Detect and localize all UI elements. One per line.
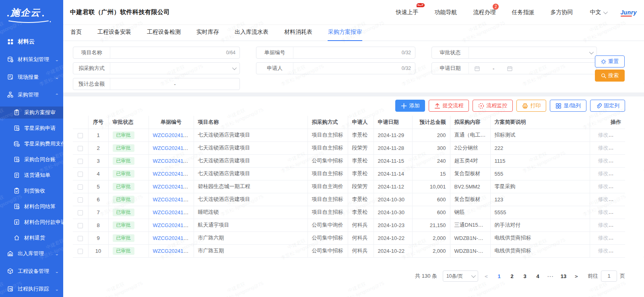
sidebar-group-采购管理[interactable]: 采购管理⌃ <box>0 89 63 101</box>
delete-link[interactable]: 删除 <box>613 183 623 189</box>
edit-link[interactable]: 修改 <box>598 248 609 254</box>
edit-link[interactable]: 修改 <box>598 196 609 202</box>
toolbar-button-流程监控[interactable]: 流程监控 <box>473 100 513 112</box>
column-header-拟采购方式[interactable]: 拟采购方式 <box>308 116 348 129</box>
tab-实时库存[interactable]: 实时库存 <box>196 29 219 41</box>
app-logo[interactable]: 施企云 <box>0 0 63 26</box>
prev-page-button[interactable]: < <box>481 273 491 279</box>
delete-link[interactable]: 删除 <box>613 170 623 176</box>
row-checkbox[interactable] <box>78 197 83 203</box>
delete-link[interactable]: 删除 <box>613 158 623 164</box>
sidebar-item-零星采购申请[interactable]: 零星采购申请 <box>0 122 63 134</box>
delete-link[interactable]: 删除 <box>613 209 623 215</box>
row-checkbox[interactable] <box>78 249 83 254</box>
edit-link[interactable]: 修改 <box>598 183 609 189</box>
top-nav-功能导航[interactable]: 功能导航 <box>434 9 457 16</box>
sidebar-item-采购合同台账[interactable]: 采购合同台账 <box>0 154 63 166</box>
search-button[interactable]: 搜索 <box>595 70 625 82</box>
row-checkbox[interactable] <box>78 133 83 138</box>
doc-no-link[interactable]: WZCG2024101013 <box>153 209 194 215</box>
row-checkbox[interactable] <box>78 236 83 241</box>
column-header-单据编号[interactable]: 单据编号 <box>149 116 194 129</box>
row-checkbox[interactable] <box>78 146 83 151</box>
row-checkbox[interactable] <box>78 210 83 215</box>
delete-link[interactable]: 删除 <box>613 196 623 202</box>
sidebar-item-material-cloud[interactable]: 材料云 <box>0 36 63 48</box>
page-size-select[interactable]: 10条/页 <box>443 270 478 282</box>
approval-status-select[interactable] <box>469 47 589 58</box>
page-number-2[interactable]: 2 <box>507 273 517 279</box>
sidebar-group-工程设备管理[interactable]: 工程设备管理⌄ <box>0 265 63 277</box>
doc-no-link[interactable]: WZCG2024101004 <box>153 248 194 254</box>
sidebar-item-材料合同付款申请[interactable]: 材料合同付款申请 <box>0 216 63 228</box>
edit-link[interactable]: 修改 <box>598 132 609 138</box>
column-header-方案简要说明[interactable]: 方案简要说明 <box>490 116 590 129</box>
sidebar-group-材料策划管理[interactable]: 材料策划管理⌄ <box>0 53 63 66</box>
total-amount-range-input[interactable]: - <box>110 78 239 90</box>
row-checkbox[interactable] <box>78 184 83 190</box>
doc-no-link[interactable]: WZCG2024111030 <box>153 145 194 151</box>
doc-no-link[interactable]: WZCG2024101005 <box>153 235 194 241</box>
edit-link[interactable]: 修改 <box>598 158 609 164</box>
tab-工程设备安装[interactable]: 工程设备安装 <box>97 29 132 41</box>
doc-no-link[interactable]: WZCG2024111021 <box>153 184 194 190</box>
column-header-审批状态[interactable]: 审批状态 <box>108 116 149 129</box>
sidebar-item-采购方案报审[interactable]: 采购方案报审 <box>0 107 63 119</box>
page-number-4[interactable]: 4 <box>533 273 543 279</box>
edit-link[interactable]: 修改 <box>598 235 609 241</box>
top-nav-流程办理[interactable]: 流程办理2 <box>473 9 495 16</box>
toolbar-button-添加[interactable]: 添加 <box>395 100 425 112</box>
delete-link[interactable]: 删除 <box>613 235 623 241</box>
language-switcher[interactable]: 中文 <box>590 9 607 16</box>
sidebar-group-过程执行跟踪[interactable]: 过程执行跟踪⌄ <box>0 283 63 295</box>
doc-no-input[interactable] <box>293 47 402 58</box>
project-name-input[interactable] <box>110 47 226 58</box>
tab-材料消耗表[interactable]: 材料消耗表 <box>284 29 313 41</box>
toolbar-button-固定列[interactable]: 固定列 <box>590 100 625 112</box>
toolbar-button-打印[interactable]: 打印 <box>516 100 546 112</box>
delete-link[interactable]: 删除 <box>613 248 623 254</box>
page-number-3[interactable]: 3 <box>520 273 530 279</box>
delete-link[interactable]: 删除 <box>613 132 623 138</box>
reset-button[interactable]: 重置 <box>595 55 625 68</box>
doc-no-link[interactable]: WZCG2024111023 <box>153 158 194 164</box>
tab-采购方案报审[interactable]: 采购方案报审 <box>328 29 362 41</box>
edit-link[interactable]: 修改 <box>598 209 609 215</box>
doc-no-link[interactable]: WZCG2024111022 <box>153 171 194 177</box>
applicant-input[interactable] <box>293 63 402 74</box>
sidebar-item-零星采购费用支付[interactable]: 零星采购费用支付 <box>0 138 63 150</box>
column-header-申请人[interactable]: 申请人 <box>348 116 374 129</box>
edit-link[interactable]: 修改 <box>598 145 609 151</box>
doc-no-link[interactable]: WZCG2024101006 <box>153 222 194 228</box>
column-header-项目名称[interactable]: 项目名称 <box>194 116 308 129</box>
tab-首页[interactable]: 首页 <box>70 29 82 41</box>
calendar-icon[interactable] <box>507 66 512 71</box>
sidebar-group-出入库管理[interactable]: 出入库管理⌄ <box>0 248 63 260</box>
page-number-1[interactable]: 1 <box>494 273 504 279</box>
goto-page-input[interactable]: 1 <box>601 270 617 282</box>
delete-link[interactable]: 删除 <box>613 145 623 151</box>
edit-link[interactable]: 修改 <box>598 222 609 228</box>
column-header-序号[interactable]: 序号 <box>88 116 108 129</box>
sidebar-item-材料退货[interactable]: 材料退货 <box>0 232 63 244</box>
row-checkbox[interactable] <box>78 172 83 177</box>
page-number-13[interactable]: 13 <box>559 273 568 279</box>
column-header-预计总金额[interactable]: 预计总金额 <box>412 116 450 129</box>
column-header-操作[interactable]: 操作 <box>590 116 625 129</box>
column-header-拟采购内容[interactable]: 拟采购内容 <box>450 116 490 129</box>
edit-link[interactable]: 修改 <box>598 170 609 176</box>
top-nav-任务指派[interactable]: 任务指派 <box>512 9 534 16</box>
delete-link[interactable]: 删除 <box>613 222 623 228</box>
row-checkbox[interactable] <box>78 223 83 228</box>
toolbar-button-提交流程[interactable]: 提交流程 <box>429 100 469 112</box>
toolbar-button-显/隐列[interactable]: 显/隐列 <box>550 100 586 112</box>
doc-no-link[interactable]: WZCG2024111031 <box>153 132 194 138</box>
top-nav-快速上手[interactable]: 快速上手HOT <box>396 9 418 16</box>
calendar-icon[interactable] <box>475 66 480 71</box>
purchase-method-select[interactable] <box>110 63 232 74</box>
column-header-申请日期[interactable]: 申请日期 <box>374 116 412 129</box>
sidebar-group-现场报量[interactable]: 现场报量⌄ <box>0 71 63 83</box>
tab-出入库流水表[interactable]: 出入库流水表 <box>234 29 269 41</box>
row-checkbox[interactable] <box>78 159 83 164</box>
sidebar-item-送货通知单[interactable]: 送货通知单 <box>0 169 63 181</box>
